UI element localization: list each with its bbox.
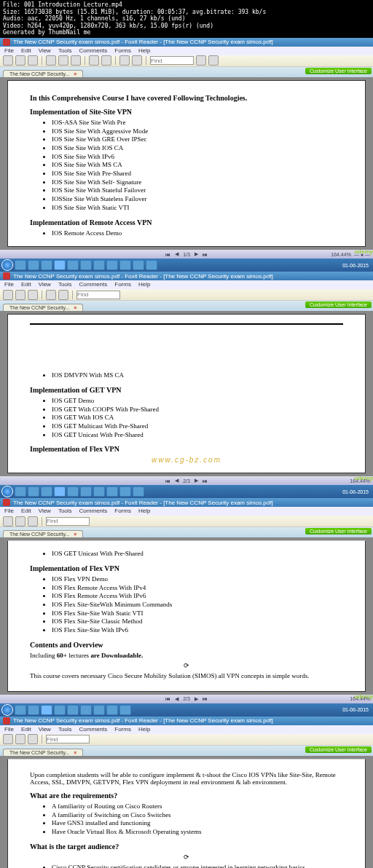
taskbar-app[interactable] xyxy=(67,260,79,270)
zoom-out-icon[interactable] xyxy=(101,55,111,66)
taskbar-app[interactable] xyxy=(80,705,92,715)
customize-ui-button[interactable]: Customize User Interface xyxy=(305,746,372,753)
taskbar-app[interactable] xyxy=(15,486,26,497)
hand-tool-icon[interactable] xyxy=(46,55,56,66)
document-tab[interactable]: The New CCNP Security... × xyxy=(3,530,83,537)
document-tab[interactable]: The New CCNP Security... × xyxy=(3,70,83,77)
close-tab-icon[interactable]: × xyxy=(74,532,76,537)
menu-view[interactable]: View xyxy=(39,281,51,288)
nav-next-icon[interactable]: ▶ xyxy=(195,478,198,484)
menu-edit[interactable]: Edit xyxy=(21,47,31,55)
save-icon[interactable] xyxy=(15,55,25,66)
menu-comments[interactable]: Comments xyxy=(79,281,108,288)
menu-edit[interactable]: Edit xyxy=(21,726,31,733)
nav-last-icon[interactable]: ⏭ xyxy=(203,478,208,484)
nav-last-icon[interactable]: ⏭ xyxy=(203,252,208,257)
menu-forms[interactable]: Forms xyxy=(114,47,131,55)
nav-first-icon[interactable]: ⏮ xyxy=(165,252,170,257)
nav-prev-icon[interactable]: ◀ xyxy=(175,251,178,257)
menu-file[interactable]: File xyxy=(4,726,14,733)
menu-tools[interactable]: Tools xyxy=(58,726,72,733)
menu-help[interactable]: Help xyxy=(138,47,150,55)
menu-file[interactable]: File xyxy=(4,47,14,55)
nav-first-icon[interactable]: ⏮ xyxy=(165,478,170,484)
menu-tools[interactable]: Tools xyxy=(58,281,72,288)
open-icon[interactable] xyxy=(3,290,13,300)
search-next-icon[interactable] xyxy=(208,55,219,66)
nav-next-icon[interactable]: ▶ xyxy=(195,696,198,702)
menu-help[interactable]: Help xyxy=(138,508,150,515)
taskbar-app[interactable] xyxy=(80,486,92,497)
print-icon[interactable] xyxy=(28,290,38,300)
menu-help[interactable]: Help xyxy=(138,726,150,733)
menu-forms[interactable]: Forms xyxy=(114,726,131,733)
search-input[interactable] xyxy=(46,735,90,743)
save-icon[interactable] xyxy=(15,290,25,300)
menu-comments[interactable]: Comments xyxy=(79,508,108,515)
taskbar-app[interactable] xyxy=(93,260,105,270)
menu-comments[interactable]: Comments xyxy=(79,47,108,55)
taskbar-app[interactable] xyxy=(106,260,118,270)
menu-edit[interactable]: Edit xyxy=(21,281,31,288)
taskbar-app[interactable] xyxy=(54,486,66,497)
menu-edit[interactable]: Edit xyxy=(21,508,31,515)
open-icon[interactable] xyxy=(3,734,13,744)
taskbar-app[interactable] xyxy=(106,705,118,715)
document-tab[interactable]: The New CCNP Security... × xyxy=(3,749,83,756)
taskbar-app[interactable] xyxy=(54,705,66,715)
taskbar-app[interactable] xyxy=(93,705,105,715)
taskbar-app[interactable] xyxy=(28,260,39,270)
nav-first-icon[interactable]: ⏮ xyxy=(165,696,170,701)
menu-file[interactable]: File xyxy=(4,508,14,515)
open-icon[interactable] xyxy=(3,516,13,526)
menu-view[interactable]: View xyxy=(39,508,51,515)
taskbar-app[interactable] xyxy=(146,260,157,270)
hand-tool-icon[interactable] xyxy=(46,290,56,300)
search-input[interactable] xyxy=(150,56,194,65)
taskbar-app[interactable] xyxy=(28,486,39,497)
close-tab-icon[interactable]: × xyxy=(74,71,76,76)
taskbar-app[interactable] xyxy=(41,486,52,497)
taskbar-app[interactable] xyxy=(119,260,131,270)
save-icon[interactable] xyxy=(15,734,25,744)
fit-icon[interactable] xyxy=(119,55,130,66)
taskbar-app[interactable] xyxy=(133,260,144,270)
window-titlebar[interactable]: The New CCNP Security exam simos.pdf - F… xyxy=(0,38,373,47)
menu-comments[interactable]: Comments xyxy=(79,726,108,733)
menu-tools[interactable]: Tools xyxy=(58,508,72,515)
search-input[interactable] xyxy=(46,517,90,526)
taskbar-app[interactable] xyxy=(133,486,144,497)
menu-tools[interactable]: Tools xyxy=(58,47,72,55)
taskbar-app[interactable] xyxy=(93,486,105,497)
page-viewport[interactable]: IOS GET Unicast With Pre-Shared Implemen… xyxy=(0,537,373,695)
taskbar-app[interactable] xyxy=(54,260,66,270)
nav-prev-icon[interactable]: ◀ xyxy=(175,696,178,702)
rotate-icon[interactable] xyxy=(132,55,142,66)
taskbar-app[interactable] xyxy=(41,260,52,270)
search-input[interactable] xyxy=(76,291,120,299)
window-titlebar[interactable]: The New CCNP Security exam simos.pdf - F… xyxy=(0,272,373,280)
start-button[interactable] xyxy=(1,704,13,716)
nav-next-icon[interactable]: ▶ xyxy=(195,251,198,257)
taskbar-app[interactable] xyxy=(119,705,131,715)
system-tray[interactable]: 01-06-2015 xyxy=(342,707,372,712)
taskbar-app[interactable] xyxy=(80,260,92,270)
menu-forms[interactable]: Forms xyxy=(114,508,131,515)
taskbar-app[interactable] xyxy=(119,486,131,497)
select-tool-icon[interactable] xyxy=(58,290,68,300)
taskbar-app[interactable] xyxy=(67,705,79,715)
menu-view[interactable]: View xyxy=(39,726,51,733)
document-tab[interactable]: The New CCNP Security... × xyxy=(3,304,83,311)
snapshot-icon[interactable] xyxy=(71,55,81,66)
customize-ui-button[interactable]: Customize User Interface xyxy=(305,528,372,534)
page-viewport[interactable]: Upon completion students will be able to… xyxy=(0,756,373,868)
customize-ui-button[interactable]: Customize User Interface xyxy=(305,68,372,74)
print-icon[interactable] xyxy=(28,734,38,744)
nav-last-icon[interactable]: ⏭ xyxy=(203,696,208,701)
taskbar-app[interactable] xyxy=(28,705,39,715)
open-icon[interactable] xyxy=(3,55,13,66)
system-tray[interactable]: 01-06-2015 xyxy=(342,263,372,268)
customize-ui-button[interactable]: Customize User Interface xyxy=(305,301,372,308)
start-button[interactable] xyxy=(1,259,13,271)
window-titlebar[interactable]: The New CCNP Security exam simos.pdf - F… xyxy=(0,717,373,725)
